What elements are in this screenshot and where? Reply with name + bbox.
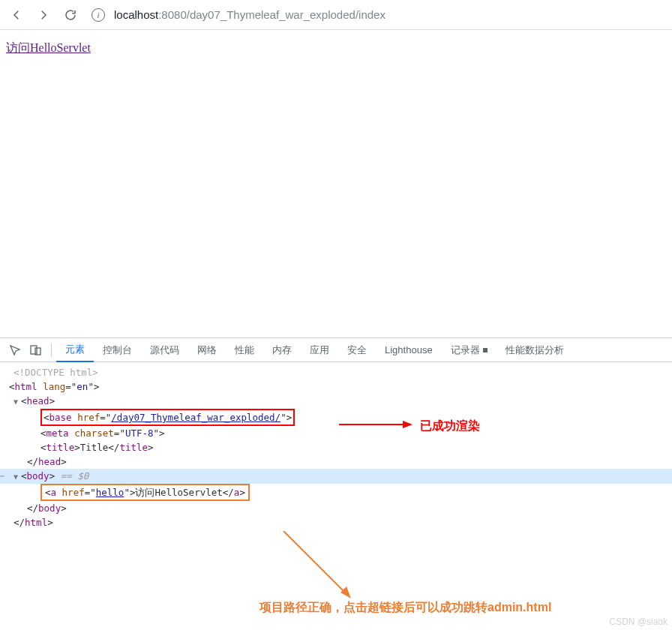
reload-icon — [64, 8, 77, 22]
devtools-panel: 元素 控制台 源代码 网络 性能 内存 应用 安全 Lighthouse 记录器… — [0, 338, 672, 532]
code-line[interactable]: </html> — [9, 515, 672, 530]
arrow-left-icon — [10, 8, 23, 22]
code-line-anchor[interactable]: <a href="hello">访问HelloServlet</a> — [9, 484, 672, 501]
address-bar[interactable]: i localhost:8080/day07_Thymeleaf_war_exp… — [92, 4, 669, 26]
tab-memory[interactable]: 内存 — [263, 338, 301, 362]
code-line[interactable]: <meta charset="UTF-8"> — [9, 426, 672, 440]
svg-rect-0 — [31, 346, 37, 354]
browser-toolbar: i localhost:8080/day07_Thymeleaf_war_exp… — [0, 0, 672, 30]
tab-sources[interactable]: 源代码 — [141, 338, 188, 362]
tab-network[interactable]: 网络 — [188, 338, 226, 362]
devtools-toolbar: 元素 控制台 源代码 网络 性能 内存 应用 安全 Lighthouse 记录器… — [0, 338, 672, 362]
inspect-icon[interactable] — [4, 344, 26, 356]
separator — [51, 344, 52, 357]
url-text: localhost:8080/day07_Thymeleaf_war_explo… — [114, 8, 386, 21]
tab-lighthouse[interactable]: Lighthouse — [376, 338, 442, 362]
servlet-link[interactable]: 访问HelloServlet — [6, 41, 91, 54]
tab-perfdata[interactable]: 性能数据分析 — [496, 338, 573, 362]
orange-arrow — [278, 531, 360, 606]
code-line[interactable]: <title>Title</title> — [9, 440, 672, 454]
forward-button[interactable] — [30, 2, 57, 28]
code-line-selected[interactable]: ▼<body> == $0 — [0, 469, 672, 484]
tab-application[interactable]: 应用 — [301, 338, 338, 362]
page-content: 访问HelloServlet — [0, 30, 672, 338]
code-line[interactable]: </body> — [9, 501, 672, 515]
tab-security[interactable]: 安全 — [338, 338, 376, 362]
watermark: CSDN @siaok — [609, 616, 668, 627]
code-line[interactable]: <html lang="en"> — [9, 380, 672, 394]
annotation-orange: 项目路径正确，点击超链接后可以成功跳转admin.html — [260, 600, 551, 616]
arrow-right-icon — [37, 8, 50, 22]
tab-console[interactable]: 控制台 — [94, 338, 141, 362]
code-line[interactable]: </head> — [9, 454, 672, 469]
svg-marker-5 — [340, 586, 351, 598]
tab-performance[interactable]: 性能 — [226, 338, 263, 362]
code-line[interactable]: <!DOCTYPE html> — [9, 365, 672, 380]
svg-line-4 — [284, 531, 345, 592]
reload-button[interactable] — [57, 2, 84, 28]
device-icon[interactable] — [26, 344, 46, 356]
annotation-red: 已成功渲染 — [420, 418, 480, 434]
back-button[interactable] — [3, 2, 30, 28]
code-line-base[interactable]: <base href="/day07_Thymeleaf_war_explode… — [9, 409, 672, 426]
tab-recorder[interactable]: 记录器 — [442, 338, 496, 362]
elements-panel[interactable]: <!DOCTYPE html> <html lang="en"> ▼<head>… — [0, 362, 672, 532]
tab-elements[interactable]: 元素 — [56, 338, 94, 362]
info-icon[interactable]: i — [92, 8, 105, 22]
code-line[interactable]: ▼<head> — [9, 394, 672, 409]
